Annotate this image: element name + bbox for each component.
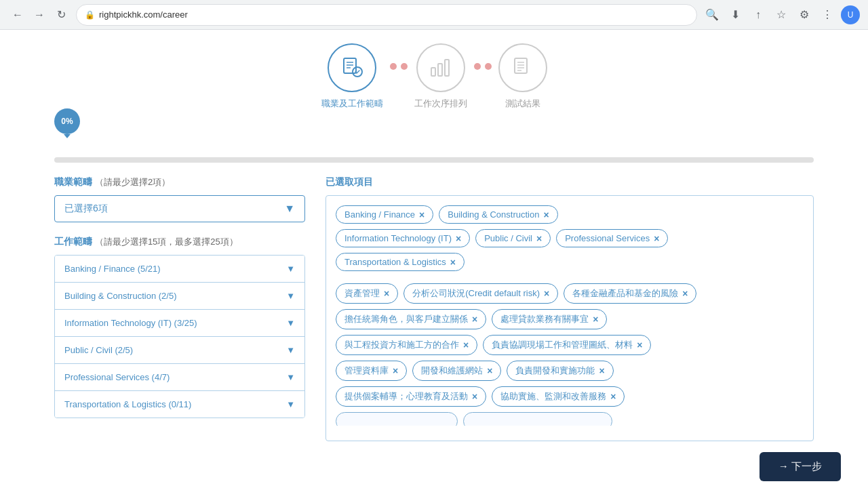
- tag-transport-logistics-close[interactable]: ×: [450, 258, 456, 267]
- accordion-label-building: Building & Construction (2/5): [64, 291, 176, 301]
- step-2-circle: [416, 43, 465, 92]
- browser-chrome: ← → ↻ 🔒 rightpickhk.com/career 🔍 ⬇ ↑ ☆ ⚙…: [0, 0, 868, 30]
- tag-service-improvement: 協助實施、監測和改善服務 ×: [492, 386, 625, 407]
- dots-1-2: [383, 63, 414, 70]
- tag-financial-products-close[interactable]: ×: [682, 289, 688, 298]
- page-content: 職業及工作範疇 工作次序排列: [0, 30, 868, 488]
- tag-banking-finance: Banking / Finance ×: [336, 205, 433, 224]
- search-icon[interactable]: 🔍: [703, 5, 722, 24]
- progress-bubble: 0%: [54, 108, 80, 134]
- dot-3: [474, 63, 481, 70]
- tag-building-construction-close[interactable]: ×: [543, 210, 549, 220]
- tag-counseling-text: 提供個案輔導；心理教育及活動: [344, 390, 468, 403]
- lock-icon: 🔒: [85, 10, 95, 20]
- accordion-arrow-banking: ▼: [286, 264, 295, 274]
- dot-4: [485, 63, 492, 70]
- accordion-label-professional: Professional Services (4/7): [64, 372, 170, 382]
- accordion-header-public[interactable]: Public / Civil (2/5) ▼: [55, 337, 304, 363]
- tag-web-dev: 開發和維護網站 ×: [412, 361, 501, 381]
- tag-database-mgmt: 管理資料庫 ×: [336, 361, 407, 381]
- tag-financial-products: 各種金融產品和基金的風險 ×: [564, 283, 696, 304]
- dot-1: [390, 63, 397, 70]
- extension-icon[interactable]: ⚙: [795, 5, 814, 24]
- career-dropdown-arrow: ▼: [284, 203, 295, 215]
- accordion-header-transport[interactable]: Transportation & Logistics (0/11) ▼: [55, 391, 304, 418]
- browser-actions: 🔍 ⬇ ↑ ☆ ⚙ ⋮ U: [703, 5, 860, 24]
- tag-counseling-close[interactable]: ×: [472, 392, 477, 401]
- address-bar[interactable]: 🔒 rightpickhk.com/career: [76, 4, 697, 26]
- tag-loan-affairs-text: 處理貸款業務有關事宜: [500, 313, 589, 325]
- accordion-header-it[interactable]: Information Technology (IT) (3/25) ▼: [55, 310, 304, 336]
- tag-feature-dev-text: 負責開發和實施功能: [515, 365, 595, 377]
- tag-asset-management-close[interactable]: ×: [384, 289, 389, 298]
- share-icon[interactable]: ↑: [749, 5, 768, 24]
- accordion-header-professional[interactable]: Professional Services (4/7) ▼: [55, 364, 304, 390]
- profile-avatar[interactable]: U: [841, 5, 860, 24]
- work-tags-row-1: 資產管理 × 分析公司狀況(Credit default risk) × 各種金…: [336, 283, 804, 304]
- tag-professional-services-close[interactable]: ×: [654, 234, 659, 243]
- step-3: 測試結果: [498, 43, 547, 110]
- work-tags-row-6: [336, 412, 804, 426]
- career-tags-row-3: Transportation & Logistics ×: [336, 253, 804, 271]
- tag-engineering-collab-text: 與工程投資方和施工方的合作: [344, 339, 459, 351]
- forward-button[interactable]: →: [30, 5, 49, 24]
- accordion-header-building[interactable]: Building & Construction (2/5) ▼: [55, 283, 304, 309]
- tag-engineering-collab: 與工程投資方和施工方的合作 ×: [336, 335, 477, 355]
- step-1-label: 職業及工作範疇: [321, 98, 383, 110]
- tag-public-civil-close[interactable]: ×: [536, 234, 542, 243]
- tag-site-coordination-text: 負責協調現場工作和管理圖紙、材料: [492, 339, 633, 351]
- tag-banking-finance-text: Banking / Finance: [344, 209, 415, 220]
- step-2: 工作次序排列: [414, 43, 467, 110]
- tag-web-dev-close[interactable]: ×: [487, 366, 492, 375]
- back-button[interactable]: ←: [8, 5, 27, 24]
- accordion-label-public: Public / Civil (2/5): [64, 345, 133, 355]
- accordion-arrow-transport: ▼: [286, 399, 295, 409]
- accordion-item-public: Public / Civil (2/5) ▼: [55, 337, 304, 364]
- main-layout: 職業範疇 （請最少選擇2項） 已選擇6項 ▼ 工作範疇 （請最少選擇15項，最多…: [54, 176, 814, 441]
- accordion-item-banking: Banking / Finance (5/21) ▼: [55, 256, 304, 283]
- tag-loan-affairs-close[interactable]: ×: [593, 314, 598, 324]
- next-button[interactable]: → 下一步: [760, 452, 841, 481]
- tag-asset-management: 資產管理 ×: [336, 283, 398, 304]
- tag-client-relations: 擔任統籌角色，與客戶建立關係 ×: [336, 309, 486, 329]
- tag-credit-analysis: 分析公司狀況(Credit default risk) ×: [403, 283, 558, 304]
- tag-building-construction-text: Building & Construction: [448, 209, 539, 220]
- tag-transport-logistics: Transportation & Logistics ×: [336, 253, 465, 271]
- career-subtitle: （請最少選擇2項）: [95, 177, 170, 187]
- tag-site-coordination: 負責協調現場工作和管理圖紙、材料 ×: [483, 335, 651, 355]
- career-dropdown[interactable]: 已選擇6項 ▼: [54, 195, 305, 222]
- tag-public-civil: Public / Civil ×: [475, 229, 551, 247]
- tag-building-construction: Building & Construction ×: [439, 205, 557, 224]
- svg-rect-0: [344, 58, 356, 73]
- tag-it-close[interactable]: ×: [456, 234, 461, 243]
- tag-client-relations-close[interactable]: ×: [472, 314, 477, 324]
- accordion-header-banking[interactable]: Banking / Finance (5/21) ▼: [55, 256, 304, 282]
- work-subtitle: （請最少選擇15項，最多選擇25項）: [95, 237, 238, 247]
- menu-icon[interactable]: ⋮: [818, 5, 837, 24]
- download-icon[interactable]: ⬇: [726, 5, 745, 24]
- tag-credit-analysis-close[interactable]: ×: [544, 289, 549, 298]
- tag-service-improvement-close[interactable]: ×: [610, 392, 616, 401]
- career-section-title: 職業範疇 （請最少選擇2項）: [54, 176, 305, 188]
- tag-banking-finance-close[interactable]: ×: [419, 210, 425, 220]
- stepper: 職業及工作範疇 工作次序排列: [54, 43, 814, 110]
- accordion-arrow-public: ▼: [286, 345, 295, 355]
- tag-it-text: Information Technology (IT): [344, 233, 452, 243]
- svg-rect-7: [445, 60, 449, 76]
- svg-rect-5: [431, 68, 435, 76]
- tag-site-coordination-close[interactable]: ×: [637, 340, 642, 350]
- accordion-label-banking: Banking / Finance (5/21): [64, 264, 161, 274]
- bookmark-icon[interactable]: ☆: [772, 5, 791, 24]
- tag-extra-1: [336, 412, 458, 426]
- tag-client-relations-text: 擔任統籌角色，與客戶建立關係: [344, 313, 468, 325]
- tag-web-dev-text: 開發和維護網站: [421, 365, 483, 377]
- svg-rect-6: [438, 64, 442, 76]
- tag-database-mgmt-close[interactable]: ×: [393, 366, 398, 375]
- reload-button[interactable]: ↻: [52, 5, 71, 24]
- step-1: 職業及工作範疇: [321, 43, 383, 110]
- tag-feature-dev-close[interactable]: ×: [599, 366, 604, 375]
- tag-engineering-collab-close[interactable]: ×: [463, 340, 469, 350]
- tag-loan-affairs: 處理貸款業務有關事宜 ×: [492, 309, 607, 329]
- accordion-arrow-professional: ▼: [286, 372, 295, 382]
- accordion-label-transport: Transportation & Logistics (0/11): [64, 399, 191, 409]
